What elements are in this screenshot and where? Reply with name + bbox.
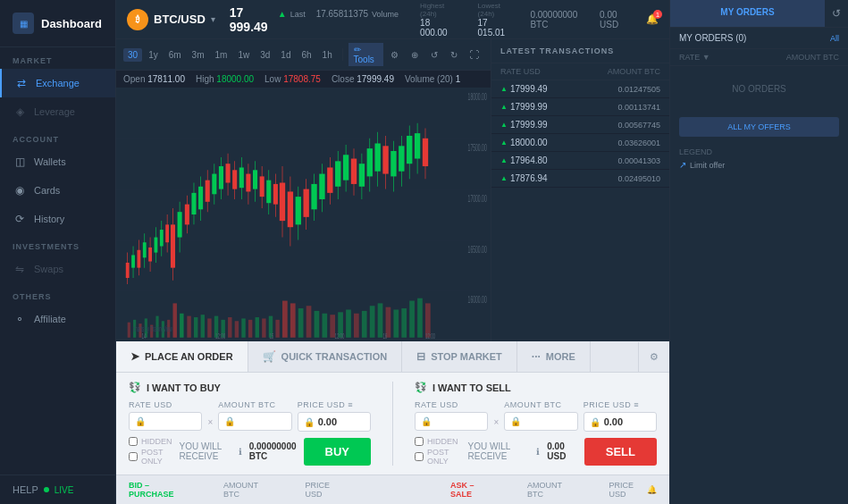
timeframe-6h[interactable]: 6h — [297, 48, 315, 62]
tab-place-order[interactable]: ➤ PLACE AN ORDER — [116, 341, 248, 372]
highest-val: 18 000.00 — [420, 18, 459, 38]
sidebar-item-leverage[interactable]: ◈ Leverage — [0, 97, 115, 126]
stat-lowest: Lowest (24h) 17 015.01 — [478, 2, 516, 38]
tx-rate: ▲ 17999.99 — [500, 120, 548, 130]
tx-amount-val: 0.00113741 — [617, 103, 660, 112]
svg-rect-120 — [298, 308, 304, 338]
timeframe-3m[interactable]: 3m — [188, 48, 209, 62]
tab-more[interactable]: ··· MORE — [517, 341, 591, 372]
sidebar-item-exchange-label: Exchange — [36, 78, 80, 88]
tx-amount-val: 0.03626001 — [617, 139, 660, 147]
sell-hidden-checkbox[interactable] — [415, 437, 424, 446]
tab-stop-market[interactable]: ⊟ STOP MARKET — [402, 341, 517, 372]
live-label: LIVE — [55, 485, 74, 495]
price-settings-icon[interactable]: ≡ — [348, 400, 353, 409]
timeframe-6m[interactable]: 6m — [164, 48, 186, 62]
sell-button[interactable]: SELL — [584, 438, 657, 466]
orders-all-button[interactable]: All — [830, 34, 839, 43]
svg-rect-77 — [359, 164, 365, 187]
svg-rect-126 — [346, 310, 351, 338]
topbar-stats: Highest (24h) 18 000.00 Lowest (24h) 17 … — [420, 2, 516, 38]
price-volume-label: Volume — [372, 10, 399, 19]
sidebar-item-cards-label: Cards — [34, 185, 60, 196]
tx-rate: ▲ 17876.94 — [500, 173, 548, 183]
orders-empty-message: NO ORDERS — [670, 66, 848, 112]
sidebar-item-swaps[interactable]: ⇋ Swaps — [0, 255, 115, 283]
transaction-row: ▲ 18000.00 0.03626001 — [491, 134, 669, 152]
compare-button[interactable]: ⊕ — [406, 48, 424, 62]
sidebar-logo[interactable]: ▦ Dashboard — [0, 0, 115, 47]
tools-button[interactable]: ✏ Tools — [348, 43, 383, 66]
tab-quick-transaction[interactable]: 🛒 QUICK TRANSACTION — [248, 341, 403, 372]
more-icon: ··· — [532, 350, 541, 363]
orders-refresh-button[interactable]: ↺ — [825, 0, 848, 27]
sidebar-item-cards[interactable]: ◉ Cards — [0, 176, 115, 205]
buy-price-display: 🔒 0.00 — [298, 412, 371, 432]
main-content: ₿ BTC/USD ▾ 17 999.49 ▲ Last 17.65811375… — [116, 0, 669, 504]
sell-post-only-check[interactable]: POST ONLY — [415, 448, 461, 466]
sell-post-only-checkbox[interactable] — [415, 452, 424, 461]
svg-rect-83 — [382, 146, 388, 173]
cards-icon: ◉ — [13, 183, 27, 197]
sell-receive-val: 0.00 USD — [547, 441, 577, 461]
svg-rect-57 — [280, 183, 285, 222]
sell-rate-input[interactable] — [435, 416, 482, 426]
sell-amount-input[interactable] — [525, 416, 571, 426]
buy-amount-label: AMOUNT BTC — [218, 400, 291, 409]
timeframe-30[interactable]: 30 — [123, 48, 142, 62]
sell-rate-input-wrap: 🔒 — [415, 412, 488, 431]
timeframe-1d[interactable]: 1d — [276, 48, 295, 62]
sidebar-item-exchange[interactable]: ⇄ Exchange — [0, 69, 115, 97]
orders-tab-my-orders[interactable]: MY ORDERS — [670, 0, 825, 27]
settings-button[interactable]: ⚙ — [638, 342, 669, 372]
buy-post-only-check[interactable]: POST ONLY — [129, 448, 172, 466]
buy-rate-input[interactable] — [149, 416, 196, 426]
svg-rect-71 — [335, 161, 340, 186]
sell-bottom: HIDDEN POST ONLY YOU WILL RECEIVE ℹ 0.0 — [415, 437, 657, 466]
timeframe-1w[interactable]: 1w — [233, 48, 254, 62]
timeframe-1h[interactable]: 1h — [318, 48, 337, 62]
buy-button[interactable]: BUY — [304, 438, 371, 466]
expand-button[interactable]: ⛶ — [465, 47, 483, 62]
sell-price-settings-icon[interactable]: ≡ — [634, 400, 639, 409]
history-icon: ⟳ — [13, 212, 27, 226]
hidden-checkbox[interactable] — [129, 437, 138, 446]
svg-text:12:00: 12:00 — [425, 331, 435, 341]
sell-receive-icon[interactable]: ℹ — [536, 447, 540, 457]
buy-receive-icon[interactable]: ℹ — [239, 447, 242, 457]
tx-direction-icon: ▲ — [500, 103, 508, 111]
tab-stop-market-label: STOP MARKET — [431, 351, 502, 362]
post-only-checkbox[interactable] — [129, 452, 138, 461]
timeframe-1y[interactable]: 1y — [144, 48, 163, 62]
all-offers-button[interactable]: ALL MY OFFERS — [679, 117, 839, 137]
timeframe-1m[interactable]: 1m — [211, 48, 232, 62]
bid-price-label: PRICE USD — [305, 481, 343, 499]
balance-btc: 0.00000000 BTC — [530, 10, 592, 29]
buy-receive: YOU WILL RECEIVE ℹ 0.00000000 BTC — [180, 441, 297, 461]
sidebar-item-wallets[interactable]: ◫ Wallets — [0, 147, 115, 176]
my-orders-tab-label: MY ORDERS — [720, 7, 774, 17]
help-label[interactable]: HELP — [13, 484, 38, 495]
svg-rect-89 — [407, 136, 412, 164]
sidebar-item-affiliate[interactable]: ⚬ Affiliate — [0, 305, 115, 333]
ask-label: ASK – SALE — [450, 481, 491, 499]
svg-text:18000.00: 18000.00 — [468, 91, 487, 103]
svg-rect-113 — [248, 320, 252, 338]
indicators-button[interactable]: ⚙ — [385, 48, 404, 62]
buy-hidden-check[interactable]: HIDDEN — [129, 437, 172, 446]
svg-rect-13 — [137, 250, 140, 268]
timeframe-3d[interactable]: 3d — [256, 48, 274, 62]
orderbook-bell-icon[interactable]: 🔔 — [647, 485, 657, 494]
notification-bell[interactable]: 🔔 1 — [646, 13, 659, 25]
sidebar-item-swaps-label: Swaps — [34, 264, 63, 274]
buy-amount-field: AMOUNT BTC 🔒 — [218, 400, 291, 432]
orderbook-footer: BID – PURCHASE AMOUNT BTC PRICE USD ASK … — [116, 475, 669, 504]
price-volume: 17.65811375 — [316, 9, 368, 19]
pair-selector[interactable]: ₿ BTC/USD ▾ — [127, 9, 215, 30]
highest-label: Highest (24h) — [420, 2, 459, 18]
sell-hidden-check[interactable]: HIDDEN — [415, 437, 461, 446]
sidebar-item-history[interactable]: ⟳ History — [0, 205, 115, 233]
undo-button[interactable]: ↺ — [425, 48, 443, 62]
redo-button[interactable]: ↻ — [445, 48, 463, 62]
buy-amount-input[interactable] — [239, 416, 285, 426]
